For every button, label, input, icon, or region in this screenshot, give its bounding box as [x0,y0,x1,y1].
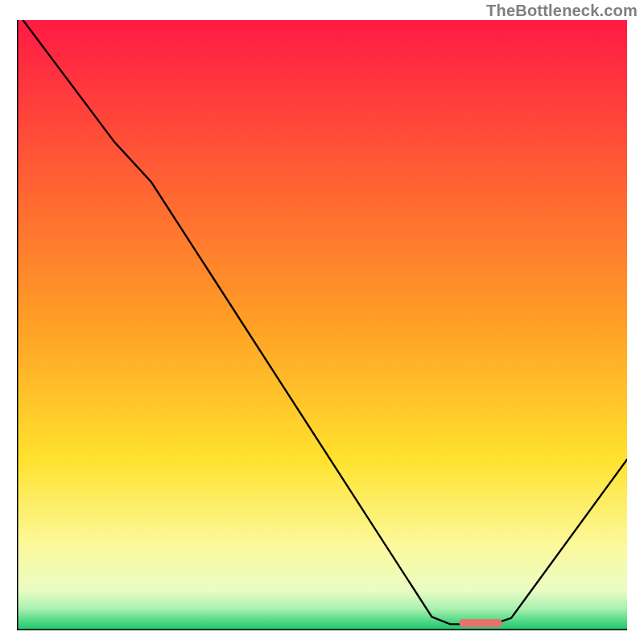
chart-svg [17,20,627,630]
watermark-text: TheBottleneck.com [486,2,638,20]
chart-container: TheBottleneck.com [0,0,644,644]
optimal-range-marker [460,619,502,627]
plot-area [17,20,627,630]
gradient-background [17,20,627,630]
